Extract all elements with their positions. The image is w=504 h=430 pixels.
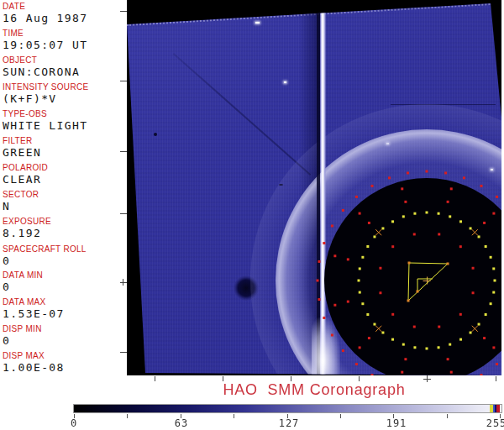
metadata-label: SPACECRAFT ROLL bbox=[3, 244, 127, 254]
metadata-value: SUN:CORONA bbox=[3, 66, 127, 78]
colorbar-label-127: 127 bbox=[279, 417, 300, 429]
metadata-value: 1.53E-07 bbox=[3, 307, 127, 320]
coronagraph-exposure-image bbox=[127, 0, 501, 375]
metadata-item-data-min: DATA MIN0 bbox=[3, 270, 127, 293]
metadata-value: 1.00E-08 bbox=[3, 361, 127, 374]
metadata-item-polaroid: POLAROIDCLEAR bbox=[3, 163, 127, 186]
metadata-value: N bbox=[3, 200, 127, 212]
metadata-item-intensity-source: INTENSITY SOURCE(K+F)*V bbox=[3, 82, 127, 105]
image-frame bbox=[127, 0, 501, 375]
metadata-value: (K+F)*V bbox=[3, 92, 127, 105]
metadata-item-sector: SECTORN bbox=[3, 190, 127, 212]
metadata-label: DISP MAX bbox=[3, 351, 127, 361]
page-title: HAO SMM Coronagraph bbox=[127, 381, 501, 399]
metadata-label: POLAROID bbox=[3, 163, 127, 173]
metadata-label: FILTER bbox=[3, 136, 127, 146]
colorbar-labels: 0 63 127 191 255 bbox=[0, 417, 504, 429]
metadata-item-disp-min: DISP MIN0 bbox=[3, 324, 127, 347]
metadata-label: DISP MIN bbox=[3, 324, 127, 334]
bright-star-speck bbox=[255, 22, 260, 24]
metadata-item-exposure: EXPOSURE8.192 bbox=[3, 217, 127, 239]
metadata-value: 8.192 bbox=[3, 227, 127, 239]
colorbar-label-0: 0 bbox=[71, 417, 77, 429]
bright-star-speck bbox=[284, 81, 286, 83]
metadata-item-disp-max: DISP MAX1.00E-08 bbox=[3, 351, 127, 374]
coronagraph-display: DATE16 Aug 1987 TIME19:05:07 UT OBJECTSU… bbox=[0, 0, 504, 430]
intensity-colorbar bbox=[73, 404, 502, 413]
metadata-label: TIME bbox=[3, 29, 127, 39]
diagonal-streak bbox=[173, 53, 312, 176]
metadata-label: TYPE-OBS bbox=[3, 109, 127, 119]
colorbar-label-191: 191 bbox=[386, 417, 407, 429]
metadata-label: OBJECT bbox=[3, 55, 127, 66]
metadata-value: GREEN bbox=[3, 146, 127, 159]
metadata-label: DATA MAX bbox=[3, 297, 127, 307]
metadata-item-time: TIME19:05:07 UT bbox=[3, 29, 127, 51]
metadata-value: 16 Aug 1987 bbox=[3, 12, 127, 24]
metadata-label: DATE bbox=[3, 2, 127, 12]
metadata-label: SECTOR bbox=[3, 190, 127, 200]
metadata-value: 19:05:07 UT bbox=[3, 39, 127, 51]
metadata-value: WHITE LIGHT bbox=[3, 119, 127, 132]
metadata-item-type-obs: TYPE-OBSWHITE LIGHT bbox=[3, 109, 127, 132]
colorbar-label-255: 255 bbox=[486, 417, 504, 429]
metadata-item-data-max: DATA MAX1.53E-07 bbox=[3, 297, 127, 320]
metadata-value: 0 bbox=[3, 281, 127, 293]
metadata-value: 0 bbox=[3, 254, 127, 267]
metadata-value: 0 bbox=[3, 334, 127, 347]
colorbar-label-63: 63 bbox=[175, 417, 188, 429]
metadata-label: INTENSITY SOURCE bbox=[3, 82, 127, 92]
metadata-label: DATA MIN bbox=[3, 270, 127, 281]
metadata-item-date: DATE16 Aug 1987 bbox=[3, 2, 127, 24]
metadata-item-filter: FILTERGREEN bbox=[3, 136, 127, 159]
metadata-item-object: OBJECTSUN:CORONA bbox=[3, 55, 127, 78]
metadata-value: CLEAR bbox=[3, 173, 127, 186]
dust-speck bbox=[154, 133, 157, 136]
metadata-label: EXPOSURE bbox=[3, 217, 127, 227]
metadata-item-spacecraft-roll: SPACECRAFT ROLL0 bbox=[3, 244, 127, 267]
